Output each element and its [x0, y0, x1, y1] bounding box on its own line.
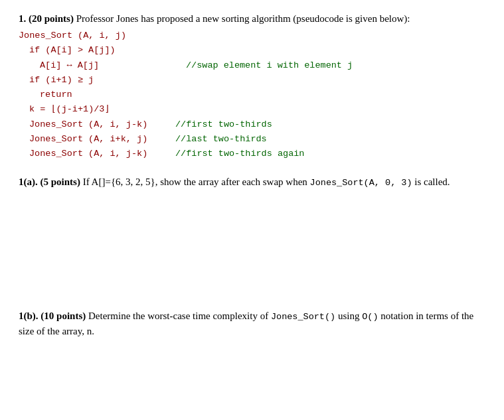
answer-space-a — [19, 190, 485, 297]
code-line-9: Jones_Sort (A, i, j-k) //first two-third… — [19, 147, 485, 161]
code-line-3: A[i] ↔ A[j] //swap element i with elemen… — [19, 58, 485, 73]
sub-b-points: (10 points) — [41, 311, 86, 321]
sub-a-label: 1(a). — [19, 176, 38, 187]
sub-b-text-before: Determine the worst-case time complexity… — [88, 311, 271, 321]
code-text-3: A[i] ↔ A[j] — [40, 58, 173, 73]
code-line-2: if (A[i] > A[j]) — [19, 43, 485, 58]
code-text-6: k = ⌊(j-i+1)/3⌋ — [29, 102, 110, 117]
code-comment-3: //swap element i with element j — [186, 58, 353, 73]
question-number: 1. — [19, 13, 26, 24]
question-points: (20 points) — [29, 13, 74, 24]
sub-a-inline-code: Jones_Sort(A, 0, 3) — [310, 178, 412, 188]
code-text-2: if (A[i] > A[j]) — [29, 43, 116, 58]
sub-a-points: (5 points) — [41, 176, 80, 187]
sub-question-a: 1(a). (5 points) If A[]={6, 3, 2, 5}, sh… — [19, 175, 485, 190]
sub-b-inline-code2: O() — [362, 312, 378, 322]
pseudocode-block: Jones_Sort (A, i, j) if (A[i] > A[j]) A[… — [19, 29, 485, 161]
code-text-9: Jones_Sort (A, i, j-k) — [29, 147, 162, 161]
code-comment-8: //last two-thirds — [175, 132, 267, 147]
code-line-6: k = ⌊(j-i+1)/3⌋ — [19, 102, 485, 117]
code-line-1: Jones_Sort (A, i, j) — [19, 29, 485, 43]
sub-b-inline-code1: Jones_Sort() — [271, 312, 335, 322]
code-text-5: return — [40, 88, 72, 102]
code-comment-7: //first two-thirds — [175, 117, 272, 132]
code-text-8: Jones_Sort (A, i+k, j) — [29, 132, 162, 147]
code-text-4: if (i+1) ≥ j — [29, 73, 94, 88]
sub-a-text-before: If A[]={6, 3, 2, 5}, show the array afte… — [83, 176, 310, 187]
code-text-1: Jones_Sort (A, i, j) — [19, 29, 126, 43]
question-intro: Professor Jones has proposed a new sorti… — [76, 13, 410, 24]
sub-question-b: 1(b). (10 points) Determine the worst-ca… — [19, 309, 485, 339]
sub-a-text-after: is called. — [412, 176, 450, 187]
sub-b-text-middle: using — [335, 311, 362, 321]
code-text-7: Jones_Sort (A, i, j-k) — [29, 117, 162, 132]
sub-b-label: 1(b). — [19, 311, 39, 321]
code-comment-9: //first two-thirds again — [175, 147, 304, 161]
code-line-8: Jones_Sort (A, i+k, j) //last two-thirds — [19, 132, 485, 147]
code-line-5: return — [19, 88, 485, 102]
question-header: 1. (20 points) Professor Jones has propo… — [19, 13, 485, 25]
code-line-4: if (i+1) ≥ j — [19, 73, 485, 88]
code-line-7: Jones_Sort (A, i, j-k) //first two-third… — [19, 117, 485, 132]
